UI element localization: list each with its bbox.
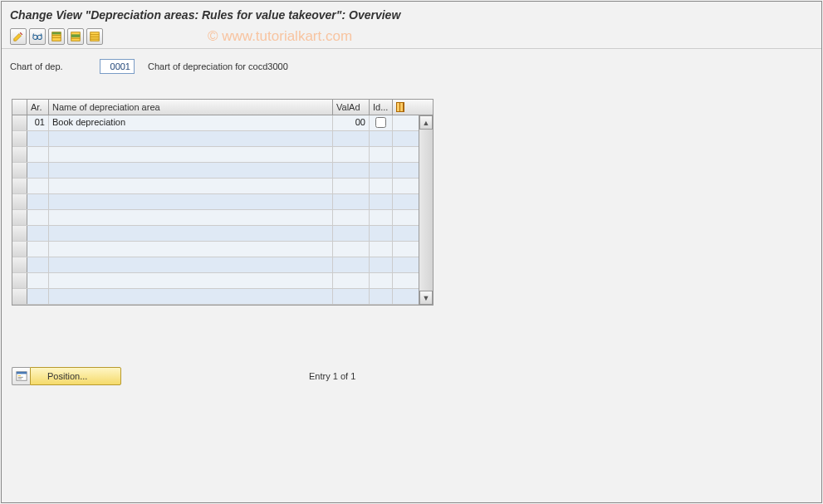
cell-valad[interactable] [333, 210, 370, 225]
cell-valad[interactable] [333, 179, 370, 193]
row-selector[interactable] [12, 115, 27, 130]
svg-point-0 [33, 35, 37, 39]
table-row[interactable] [12, 179, 419, 194]
cell-id[interactable] [370, 273, 393, 288]
position-button[interactable]: Position... [30, 367, 121, 385]
cell-id[interactable] [370, 179, 393, 193]
scroll-up-button[interactable]: ▲ [419, 115, 433, 130]
table-row[interactable] [12, 226, 419, 242]
page-title: Change View "Depreciation areas: Rules f… [2, 2, 821, 25]
cell-name[interactable] [49, 147, 333, 162]
cell-name[interactable] [49, 242, 333, 257]
vertical-scrollbar[interactable]: ▲▼ [419, 115, 433, 305]
row-selector[interactable] [12, 257, 27, 272]
deselect-all-icon[interactable] [86, 28, 103, 45]
id-checkbox[interactable] [375, 117, 386, 128]
cell-name[interactable] [49, 226, 333, 241]
depreciation-table: Ar. Name of depreciation area ValAd Id..… [12, 99, 434, 306]
select-all-icon[interactable] [48, 28, 65, 45]
row-selector[interactable] [12, 147, 27, 162]
svg-rect-8 [71, 38, 81, 39]
cell-id[interactable] [370, 257, 393, 272]
cell-id[interactable] [370, 131, 393, 146]
cell-name[interactable] [49, 194, 333, 209]
table-row[interactable] [12, 210, 419, 226]
cell-ar[interactable] [27, 289, 49, 304]
pencil-icon[interactable] [10, 28, 27, 45]
cell-ar[interactable] [27, 131, 49, 146]
cell-ar[interactable] [27, 210, 49, 225]
table-row[interactable] [12, 131, 419, 147]
cell-id[interactable] [370, 115, 393, 130]
cell-ar[interactable]: 01 [27, 115, 49, 130]
cell-valad[interactable] [333, 163, 370, 178]
table-config-icon [396, 102, 404, 112]
col-header-id[interactable]: Id... [370, 100, 393, 115]
cell-id[interactable] [370, 289, 393, 304]
cell-valad[interactable] [333, 226, 370, 241]
chart-of-dep-input[interactable] [100, 59, 135, 74]
row-selector[interactable] [12, 210, 27, 225]
select-block-icon[interactable] [67, 28, 84, 45]
cell-ar[interactable] [27, 194, 49, 209]
cell-valad[interactable] [333, 257, 370, 272]
row-selector[interactable] [12, 179, 27, 193]
cell-ar[interactable] [27, 226, 49, 241]
cell-ar[interactable] [27, 179, 49, 193]
table-header: Ar. Name of depreciation area ValAd Id..… [12, 100, 433, 115]
cell-name[interactable] [49, 289, 333, 304]
col-header-name[interactable]: Name of depreciation area [49, 100, 333, 115]
cell-valad[interactable] [333, 194, 370, 209]
table-row[interactable]: 01Book depreciation00 [12, 115, 419, 131]
table-row[interactable] [12, 194, 419, 210]
row-selector[interactable] [12, 194, 27, 209]
table-row[interactable] [12, 257, 419, 273]
cell-valad[interactable] [333, 131, 370, 146]
row-selector[interactable] [12, 163, 27, 178]
table-row[interactable] [12, 289, 419, 305]
cell-id[interactable] [370, 147, 393, 162]
cell-id[interactable] [370, 226, 393, 241]
row-selector[interactable] [12, 226, 27, 241]
cell-name[interactable] [49, 131, 333, 146]
cell-name[interactable] [49, 179, 333, 193]
row-selector[interactable] [12, 131, 27, 146]
cell-name[interactable] [49, 257, 333, 272]
svg-rect-7 [71, 34, 81, 37]
table-row[interactable] [12, 163, 419, 179]
row-selector[interactable] [12, 289, 27, 304]
row-selector-header[interactable] [12, 100, 27, 115]
scroll-down-button[interactable]: ▼ [419, 291, 433, 305]
cell-valad[interactable] [333, 147, 370, 162]
cell-ar[interactable] [27, 257, 49, 272]
cell-id[interactable] [370, 163, 393, 178]
cell-ar[interactable] [27, 163, 49, 178]
svg-rect-16 [17, 377, 22, 378]
cell-valad[interactable] [333, 289, 370, 304]
svg-rect-17 [17, 379, 21, 379]
table-config-button[interactable] [393, 100, 408, 115]
cell-name[interactable] [49, 163, 333, 178]
table-row[interactable] [12, 273, 419, 289]
cell-valad[interactable] [333, 242, 370, 257]
cell-valad[interactable]: 00 [333, 115, 370, 130]
position-icon-button[interactable] [12, 367, 30, 385]
cell-valad[interactable] [333, 273, 370, 288]
cell-name[interactable] [49, 273, 333, 288]
cell-name[interactable]: Book depreciation [49, 115, 333, 130]
cell-id[interactable] [370, 210, 393, 225]
glasses-icon[interactable] [29, 28, 46, 45]
cell-id[interactable] [370, 242, 393, 257]
cell-ar[interactable] [27, 273, 49, 288]
cell-id[interactable] [370, 194, 393, 209]
table-row[interactable] [12, 147, 419, 163]
row-selector[interactable] [12, 242, 27, 257]
col-header-valad[interactable]: ValAd [333, 100, 370, 115]
row-selector[interactable] [12, 273, 27, 288]
cell-ar[interactable] [27, 242, 49, 257]
cell-name[interactable] [49, 210, 333, 225]
cell-ar[interactable] [27, 147, 49, 162]
col-header-ar[interactable]: Ar. [27, 100, 49, 115]
table-row[interactable] [12, 242, 419, 257]
scroll-track[interactable] [419, 130, 433, 291]
